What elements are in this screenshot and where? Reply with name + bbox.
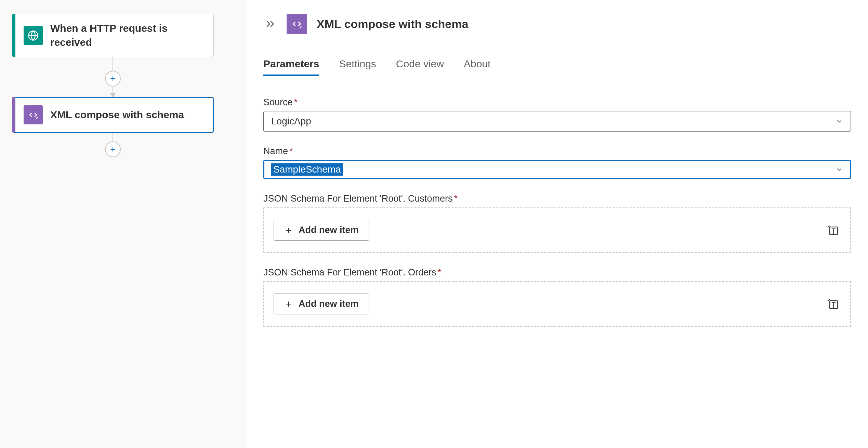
- action-node-label: XML compose with schema: [50, 108, 184, 122]
- edge-2: [105, 133, 121, 157]
- trigger-node-http-request[interactable]: When a HTTP request is received: [12, 14, 214, 57]
- workflow-flow: When a HTTP request is received: [10, 14, 215, 157]
- name-select-value: SampleSchema: [271, 163, 343, 176]
- field-orders: JSON Schema For Element 'Root'. Orders* …: [263, 267, 851, 327]
- tab-code-view[interactable]: Code view: [396, 58, 444, 76]
- token-picker-button[interactable]: [826, 297, 841, 312]
- source-select-value: LogicApp: [271, 116, 311, 127]
- field-source-label: Source*: [263, 97, 298, 108]
- panel-header: XML compose with schema: [263, 14, 851, 34]
- chevron-down-icon: [836, 118, 843, 125]
- trigger-node-label: When a HTTP request is received: [50, 22, 205, 49]
- add-customer-item-button[interactable]: Add new item: [274, 220, 369, 241]
- panel-tabs: Parameters Settings Code view About: [263, 58, 851, 77]
- chevron-down-icon: [836, 166, 843, 173]
- add-order-item-button[interactable]: Add new item: [274, 294, 369, 314]
- tab-about[interactable]: About: [464, 58, 490, 76]
- field-source: Source* LogicApp: [263, 97, 851, 132]
- tab-parameters[interactable]: Parameters: [263, 58, 319, 76]
- source-select[interactable]: LogicApp: [263, 111, 851, 132]
- xml-compose-icon: [287, 14, 307, 34]
- panel-title: XML compose with schema: [317, 17, 468, 31]
- workflow-canvas[interactable]: When a HTTP request is received: [0, 0, 246, 448]
- http-request-icon: [24, 26, 43, 45]
- name-select[interactable]: SampleSchema: [263, 160, 851, 179]
- field-name: Name* SampleSchema: [263, 146, 851, 179]
- field-customers-label: JSON Schema For Element 'Root'. Customer…: [263, 193, 458, 204]
- field-name-label: Name*: [263, 146, 293, 157]
- edge-1: [105, 57, 121, 97]
- orders-array-box: Add new item: [263, 281, 851, 327]
- app-root: When a HTTP request is received: [0, 0, 868, 448]
- add-step-button[interactable]: [105, 141, 121, 157]
- collapse-panel-button[interactable]: [263, 17, 277, 31]
- customers-array-box: Add new item: [263, 207, 851, 253]
- tab-settings[interactable]: Settings: [339, 58, 376, 76]
- token-picker-button[interactable]: [826, 223, 841, 238]
- action-node-xml-compose[interactable]: XML compose with schema: [12, 97, 214, 133]
- xml-compose-icon: [24, 105, 43, 124]
- insert-step-button[interactable]: [105, 71, 121, 86]
- field-customers: JSON Schema For Element 'Root'. Customer…: [263, 193, 851, 253]
- field-orders-label: JSON Schema For Element 'Root'. Orders*: [263, 267, 441, 278]
- action-detail-panel: XML compose with schema Parameters Setti…: [246, 0, 868, 448]
